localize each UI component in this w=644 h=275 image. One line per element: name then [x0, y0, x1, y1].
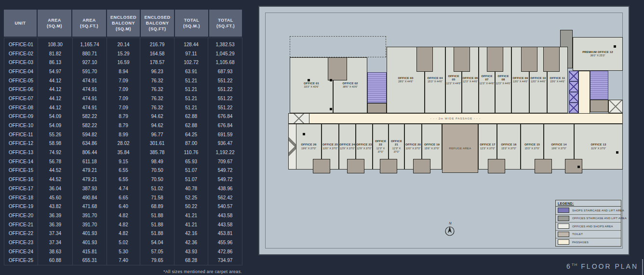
value-cell: 301.61 [140, 139, 174, 148]
open-area-dashed [290, 36, 386, 57]
value-cell: 676.84 [208, 112, 242, 121]
office-dims: 38'6" X 40'6" [343, 85, 358, 89]
table-row: OFFICE-1456.78611.189.1598.4965.93709.67 [4, 157, 242, 166]
office-name: OFFICE 20 [405, 143, 421, 147]
value-cell: 108.30 [38, 38, 73, 49]
value-cell: 62.88 [174, 121, 208, 130]
toilet-block [416, 47, 433, 72]
toilet-block [328, 57, 347, 80]
value-cell: 76.32 [140, 94, 174, 103]
lift-cell [569, 92, 578, 103]
value-cell: 51.21 [174, 85, 208, 94]
value-cell: 1,382.53 [208, 38, 242, 49]
value-cell: 178.57 [140, 58, 174, 67]
unit-cell: OFFICE-14 [4, 157, 38, 166]
toilet-block [543, 47, 560, 72]
table-header-row: UNITAREA (SQ.M)AREA (SQ.FT.)ENCLOSED BAL… [4, 10, 242, 37]
value-cell: 63.91 [174, 67, 208, 76]
value-cell: 70.50 [140, 166, 174, 175]
value-cell: 551.22 [208, 103, 242, 112]
page: UNITAREA (SQ.M)AREA (SQ.FT.)ENCLOSED BAL… [0, 0, 644, 275]
refuge-label: REFUGE AREA [449, 147, 471, 150]
value-cell: 474.91 [73, 85, 107, 94]
office-dims: 15'3" X 44'6" [428, 80, 443, 83]
office-dims: 12'9" X 37'0" [340, 147, 355, 150]
value-cell: 51.21 [174, 94, 208, 103]
value-cell: 43.82 [38, 202, 73, 211]
table-row: OFFICE-0844.12474.917.0976.3251.21551.22 [4, 103, 242, 112]
value-cell: 9.15 [107, 157, 140, 166]
main-passage: - - - 2m WIDE PASSAGE - - - [288, 113, 623, 124]
legend-label: TOILET [572, 233, 583, 236]
column-header: TOTAL (SQ.M.) [175, 10, 208, 37]
table-row: OFFICE-0954.09582.228.7994.6262.88676.84 [4, 112, 242, 121]
office-dims: 12'3" X 44'6" [496, 82, 510, 85]
floor-title-rest: FLOOR PLAN [577, 262, 638, 270]
value-cell: 51.02 [140, 184, 174, 193]
office-dims: 12'3" X 37'0" [480, 147, 495, 150]
value-cell: 94.62 [140, 112, 174, 121]
toilet-block [454, 47, 470, 72]
unit-cell: OFFICE-23 [4, 238, 38, 247]
value-cell: 1,192.22 [208, 148, 242, 157]
unit-cell: OFFICE-13 [4, 148, 38, 157]
value-cell: 57.05 [140, 247, 174, 256]
value-cell: 76.32 [140, 76, 174, 85]
value-cell: 709.67 [208, 157, 242, 166]
value-cell: 64.25 [174, 130, 208, 139]
value-cell: 16.59 [107, 58, 140, 67]
value-cell: 41.21 [174, 220, 208, 229]
lift-cell [569, 103, 578, 113]
table-row: OFFICE-01108.301,165.7420.14216.79128.44… [4, 38, 242, 49]
value-cell: 562.42 [208, 193, 242, 202]
value-cell: 591.70 [73, 67, 107, 76]
unit-cell: OFFICE-07 [4, 94, 38, 103]
office-name: OFFICE 21 [389, 140, 404, 147]
value-cell: 471.68 [73, 202, 107, 211]
value-cell: 401.93 [73, 238, 107, 247]
lift-cell [569, 71, 578, 81]
value-cell: 806.44 [73, 148, 107, 157]
value-cell: 128.44 [174, 38, 208, 49]
value-cell: 1,165.74 [73, 38, 107, 49]
value-cell: 582.22 [73, 112, 107, 121]
table-row: OFFICE-0386.13927.1016.59178.57102.721,1… [4, 58, 242, 67]
area-table: UNITAREA (SQ.M)AREA (SQ.FT.)ENCLOSED BAL… [4, 10, 242, 274]
toilet-block [488, 159, 505, 173]
service-hatch [608, 100, 623, 113]
value-cell: 110.76 [174, 148, 208, 157]
value-cell: 734.97 [208, 256, 242, 265]
office-name: OFFICE 07 [479, 75, 495, 82]
value-cell: 54.04 [140, 238, 174, 247]
table-row: OFFICE-1845.60490.846.6571.5852.25562.42 [4, 193, 242, 202]
unit-cell: OFFICE-18 [4, 193, 38, 202]
office-dims: 15'6" X 44'6" [550, 80, 565, 83]
value-cell: 44.12 [38, 76, 73, 85]
value-cell: 479.21 [73, 166, 107, 175]
table-row: OFFICE-1544.52479.216.5570.5051.07549.72 [4, 166, 242, 175]
value-cell: 549.72 [208, 166, 242, 175]
office-dims: 28'0" X 44'6" [398, 80, 413, 83]
value-cell: 56.78 [38, 157, 73, 166]
office-name: OFFICE 24 [339, 143, 355, 147]
office-name: OFFICE 02 [342, 82, 358, 86]
value-cell: 6.55 [107, 175, 140, 184]
value-cell: 51.07 [174, 166, 208, 175]
office-name: OFFICE 15 [524, 143, 540, 147]
value-cell: 44.52 [38, 166, 73, 175]
plan-legend: LEGEND: SHOPS STAIRCASE AND LIFT AREAOFF… [555, 200, 621, 247]
value-cell: 676.84 [208, 121, 242, 130]
value-cell: 97.11 [174, 49, 208, 58]
unit-cell: OFFICE-11 [4, 130, 38, 139]
legend-swatch [558, 216, 569, 221]
legend-label: OFFICES AND SHOPS AREA [572, 225, 613, 228]
value-cell: 7.09 [107, 94, 140, 103]
column-marker [330, 108, 332, 110]
table-row: OFFICE-1374.92806.4435.84385.78110.761,1… [4, 148, 242, 157]
value-cell: 42.16 [174, 229, 208, 238]
passage-label: - - - 2m WIDE PASSAGE - - - [430, 117, 481, 120]
value-cell: 611.18 [73, 157, 107, 166]
lift-cell [569, 81, 578, 92]
unit-cell: OFFICE-10 [4, 121, 38, 130]
office-dims: 19'6" X 37'0" [301, 147, 316, 150]
